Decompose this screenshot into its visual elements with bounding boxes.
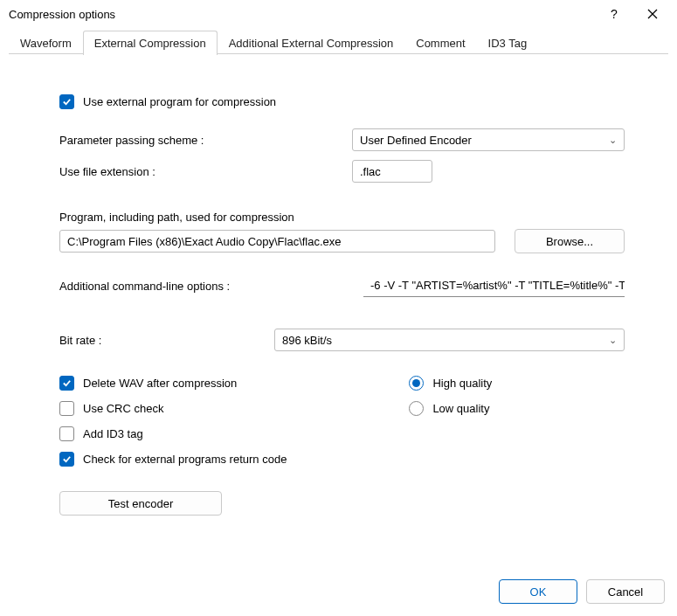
bitrate-value: 896 kBit/s bbox=[282, 334, 332, 347]
cancel-button[interactable]: Cancel bbox=[586, 579, 665, 604]
file-ext-value: .flac bbox=[360, 165, 381, 178]
tab-additional-external-compression[interactable]: Additional External Compression bbox=[218, 31, 405, 55]
bitrate-select[interactable]: 896 kBit/s ⌄ bbox=[274, 329, 625, 351]
tab-external-compression[interactable]: External Compression bbox=[83, 31, 218, 55]
param-scheme-value: User Defined Encoder bbox=[360, 134, 472, 147]
delete-wav-label: Delete WAV after compression bbox=[83, 377, 237, 390]
help-button[interactable]: ? bbox=[595, 1, 633, 27]
delete-wav-checkbox[interactable] bbox=[59, 376, 74, 391]
check-return-checkbox[interactable] bbox=[59, 452, 74, 467]
cmdline-input[interactable]: -6 -V -T "ARTIST=%artist%" -T "TITLE=%ti… bbox=[363, 274, 625, 297]
browse-button[interactable]: Browse... bbox=[515, 229, 625, 253]
cmdline-value: -6 -V -T "ARTIST=%artist%" -T "TITLE=%ti… bbox=[370, 279, 625, 292]
low-quality-label: Low quality bbox=[432, 402, 489, 415]
close-button[interactable] bbox=[633, 1, 672, 27]
param-scheme-label: Parameter passing scheme : bbox=[59, 134, 352, 147]
check-icon bbox=[62, 378, 72, 388]
file-ext-input[interactable]: .flac bbox=[352, 160, 432, 183]
use-external-label: Use external program for compression bbox=[83, 95, 276, 108]
chevron-down-icon: ⌄ bbox=[609, 135, 617, 146]
check-icon bbox=[62, 97, 72, 107]
tab-bar: Waveform External Compression Additional… bbox=[0, 28, 677, 54]
ok-button[interactable]: OK bbox=[499, 579, 577, 604]
test-encoder-button[interactable]: Test encoder bbox=[59, 491, 222, 516]
check-return-label: Check for external programs return code bbox=[83, 453, 287, 466]
dialog-footer: OK Cancel bbox=[499, 579, 665, 604]
tab-pane-external: Use external program for compression Par… bbox=[0, 54, 677, 516]
program-path-input[interactable]: C:\Program Files (x86)\Exact Audio Copy\… bbox=[59, 230, 495, 253]
add-id3-checkbox[interactable] bbox=[59, 426, 74, 441]
chevron-down-icon: ⌄ bbox=[609, 335, 617, 346]
cmdline-label: Additional command-line options : bbox=[59, 280, 363, 293]
high-quality-label: High quality bbox=[432, 377, 492, 390]
use-crc-checkbox[interactable] bbox=[59, 401, 74, 416]
help-icon: ? bbox=[611, 7, 618, 21]
close-icon bbox=[647, 9, 658, 19]
use-external-checkbox[interactable] bbox=[59, 94, 74, 109]
titlebar: Compression options ? bbox=[0, 0, 677, 28]
file-ext-label: Use file extension : bbox=[59, 165, 352, 178]
check-icon bbox=[62, 454, 72, 464]
param-scheme-select[interactable]: User Defined Encoder ⌄ bbox=[352, 128, 625, 151]
bitrate-label: Bit rate : bbox=[59, 334, 274, 347]
window-title: Compression options bbox=[9, 8, 595, 21]
use-crc-label: Use CRC check bbox=[83, 402, 163, 415]
add-id3-label: Add ID3 tag bbox=[83, 427, 143, 440]
tab-id3-tag[interactable]: ID3 Tag bbox=[477, 31, 539, 55]
tab-waveform[interactable]: Waveform bbox=[9, 31, 83, 55]
tab-comment[interactable]: Comment bbox=[404, 31, 476, 55]
program-path-value: C:\Program Files (x86)\Exact Audio Copy\… bbox=[67, 235, 342, 248]
high-quality-radio[interactable] bbox=[409, 376, 424, 391]
low-quality-radio[interactable] bbox=[409, 401, 424, 416]
program-label: Program, including path, used for compre… bbox=[59, 211, 625, 224]
